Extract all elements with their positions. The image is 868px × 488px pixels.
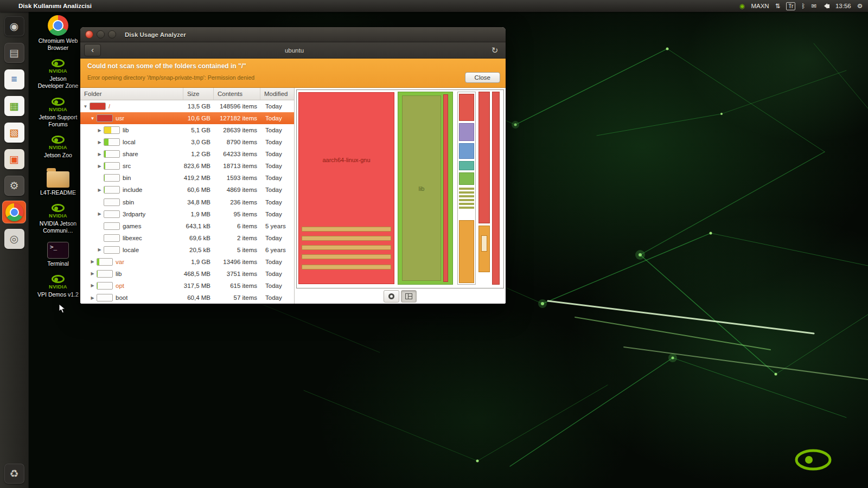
speaker-triangle [821,3,827,9]
close-window-button[interactable] [85,30,93,38]
treemap-icon [405,293,412,299]
mail-icon[interactable]: ✉ [811,2,816,10]
table-row[interactable]: sbin34,8 MB236 itemsToday [80,196,294,208]
nvidia-tray-icon[interactable]: ◉ [739,2,745,10]
clock[interactable]: 13:56 [835,3,851,9]
treemap-block-sq-teal[interactable] [459,161,474,170]
treemap-block-thin-6[interactable] [459,207,474,209]
launcher-item-chromium[interactable] [2,201,26,223]
speaker-box [827,4,829,8]
power-mode-label[interactable]: MAXN [751,3,769,9]
launcher-item-libreoffice-calc[interactable]: ▦ [2,94,26,117]
launcher-item-libreoffice-impress[interactable]: ▧ [2,121,26,144]
expander-icon[interactable]: ▶ [97,164,103,169]
volume-icon[interactable] [822,3,829,9]
table-row[interactable]: ▶share1,2 GB64233 itemsToday [80,148,294,160]
expander-icon[interactable]: ▶ [97,140,103,145]
table-row[interactable]: ▼/13,5 GB148596 itemsToday [80,100,294,112]
desktop-icon-nvidia-jetson-communi-[interactable]: NVIDIANVIDIA Jetson Communi… [37,204,79,234]
launcher-item-ubuntu-software[interactable]: ▣ [2,147,26,170]
treemap-block-thin-3[interactable] [459,195,474,197]
treemap-block-col4-box[interactable] [481,235,487,252]
warning-close-button[interactable]: Close [465,72,500,83]
launcher-item-file-cabinet[interactable]: ▤ [2,41,26,64]
session-gear-icon[interactable]: ⚙ [857,2,863,10]
treemap-block-sq-green[interactable] [459,172,474,185]
treemap-block-lib-inner[interactable]: lib [402,95,441,281]
table-row[interactable]: ▶lib5,1 GB28639 itemsToday [80,124,294,136]
rings-chart-view-button[interactable] [384,290,399,303]
expander-icon[interactable]: ▶ [90,283,95,288]
chromium-icon [48,15,68,36]
keyboard-layout-indicator[interactable]: Tr [786,2,795,10]
table-row[interactable]: ▼usr10,6 GB127182 itemsToday [80,112,294,124]
table-row[interactable]: ▶include60,6 MB4869 itemsToday [80,184,294,196]
table-row[interactable]: libexec69,6 kB2 itemsToday [80,232,294,244]
launcher-item-libreoffice-writer[interactable]: ≡ [2,68,26,91]
treemap-block-lib-red-strip[interactable] [443,94,448,282]
treemap-block-stripe-1[interactable] [302,227,391,232]
table-row[interactable]: ▶3rdparty1,9 MB95 itemsToday [80,208,294,220]
expander-icon[interactable]: ▶ [90,296,95,300]
launcher-item-dash[interactable]: ◉ [2,15,26,37]
treemap-chart[interactable]: aarch64-linux-gnulib [296,89,504,288]
treemap-block-thin-1[interactable] [459,188,474,190]
launcher-item-system-settings[interactable]: ⚙ [2,174,26,197]
treemap-block-stripe-2[interactable] [302,236,391,241]
desktop-icon-jetson-zoo[interactable]: NVIDIAJetson Zoo [37,136,79,159]
table-row[interactable]: ▶lib468,5 MB3751 itemsToday [80,268,294,280]
column-header-size[interactable]: Size [183,88,214,100]
expander-icon[interactable]: ▶ [90,271,95,276]
launcher-item-disks[interactable]: ◎ [2,227,26,250]
desktop-icon-terminal[interactable]: >_Terminal [37,242,79,267]
table-row[interactable]: ▶src823,6 MB18713 itemsToday [80,160,294,172]
table-row[interactable]: games643,1 kB6 items5 years [80,220,294,232]
expander-icon[interactable]: ▶ [97,152,103,157]
treemap-view-button[interactable] [401,290,417,303]
treemap-block-col3-orange[interactable] [459,220,474,283]
expander-icon[interactable]: ▶ [97,188,103,192]
treemap-block-thin-4[interactable] [459,199,474,201]
expander-icon[interactable]: ▶ [97,128,103,133]
launcher-item-trash[interactable]: ♻ [2,462,26,485]
back-button[interactable]: ‹ [84,44,101,56]
nvidia-eye-icon [52,204,65,212]
desktop-icon-chromium-web-browser[interactable]: Chromium Web Browser [37,15,79,52]
expander-icon[interactable]: ▶ [97,247,103,252]
treemap-block-stripe-4[interactable] [302,254,391,259]
table-row[interactable]: ▶locale20,5 kB5 items6 years [80,244,294,256]
treemap-block-stripe-5[interactable] [302,265,391,269]
treemap-block-stripe-3[interactable] [302,245,391,250]
maximize-window-button[interactable] [108,30,116,38]
table-row[interactable]: ▶local3,0 GB8790 itemsToday [80,136,294,148]
treemap-block-sq-blue[interactable] [459,143,474,159]
treemap-block-sq-red[interactable] [459,94,474,121]
titlebar[interactable]: Disk Usage Analyzer [80,27,506,42]
desktop-icon-jetson-support-forums[interactable]: NVIDIAJetson Support Forums [37,98,79,128]
bluetooth-icon[interactable]: ᛒ [801,3,805,9]
desktop-icon-vpi-demos-v1-2[interactable]: NVIDIAVPI Demos v1.2 [37,275,79,298]
treemap-block-thin-2[interactable] [459,191,474,194]
refresh-icon[interactable]: ↻ [488,46,502,55]
treemap-block-col4-red[interactable] [478,92,490,223]
expander-icon[interactable]: ▶ [97,211,103,216]
updown-arrows-icon[interactable]: ⇅ [775,2,781,10]
expander-icon[interactable]: ▼ [82,104,88,109]
contents-cell: 236 items [214,199,260,206]
desktop-icon-l4t-readme[interactable]: L4T-README [37,166,79,196]
column-header-modified[interactable]: Modified [260,88,294,100]
table-row[interactable]: bin419,2 MB1593 itemsToday [80,172,294,184]
treemap-block-sq-purple[interactable] [459,123,474,141]
column-header-folder[interactable]: Folder [80,88,183,100]
table-row[interactable]: ▶var1,9 GB13496 itemsToday [80,256,294,268]
table-row[interactable]: ▶boot60,4 MB57 itemsToday [80,292,294,304]
minimize-window-button[interactable] [97,30,105,38]
treemap-block-col5-red[interactable] [492,92,500,285]
table-row[interactable]: ▶opt317,5 MB615 itemsToday [80,280,294,292]
desktop-icon-jetson-developer-zone[interactable]: NVIDIAJetson Developer Zone [37,59,79,89]
expander-icon[interactable]: ▼ [90,116,95,121]
nvidia-eye-icon [52,98,65,106]
column-header-contents[interactable]: Contents [214,88,260,100]
treemap-block-thin-5[interactable] [459,203,474,205]
expander-icon[interactable]: ▶ [90,259,95,264]
